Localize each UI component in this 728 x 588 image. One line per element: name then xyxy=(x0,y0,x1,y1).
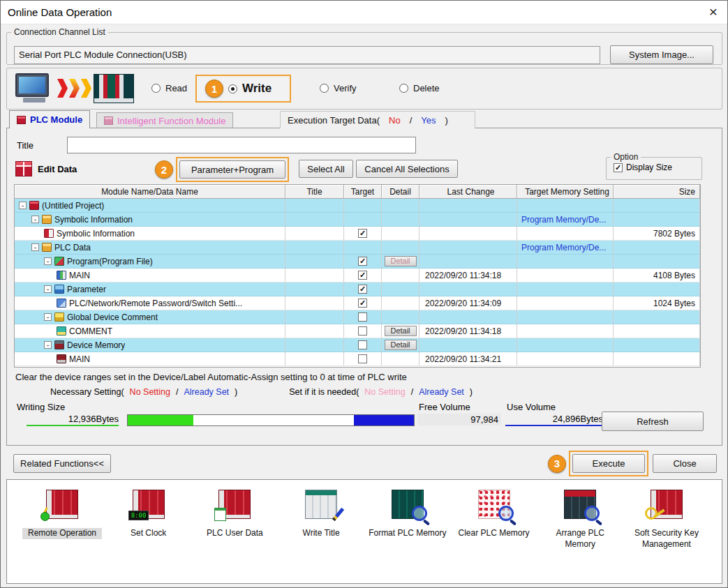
table-row[interactable]: -Global Device Comment xyxy=(15,310,700,324)
target-checkbox[interactable]: ✓ xyxy=(358,229,367,238)
tab-intelligent-function-module[interactable]: Intelligent Function Module xyxy=(96,112,233,128)
remote-operation-icon xyxy=(46,490,78,519)
related-function-remote-operation[interactable]: Remote Operation xyxy=(22,490,102,583)
target-checkbox[interactable]: ✓ xyxy=(358,257,367,266)
target-checkbox[interactable] xyxy=(358,326,367,336)
clear-device-ranges-note: Clear the device ranges set in the Devic… xyxy=(15,372,407,382)
table-cell: Symbolic Information xyxy=(15,227,285,240)
related-function-arrange-plc-memory[interactable]: Arrange PLC Memory xyxy=(540,490,620,583)
data-table: Module Name/Data NameTitleTargetDetailLa… xyxy=(14,184,701,368)
parameter-program-button[interactable]: Parameter+Program xyxy=(179,160,285,179)
tree-collapse-icon[interactable]: - xyxy=(44,313,52,321)
system-image-button[interactable]: System Image... xyxy=(610,45,713,64)
table-row[interactable]: -(Untitled Project) xyxy=(15,199,700,213)
connection-channel-field[interactable]: Serial Port PLC Module Connection(USB) xyxy=(14,46,600,64)
table-cell xyxy=(614,338,700,352)
row-label: PLC Data xyxy=(54,243,91,252)
radio-write[interactable]: 1Write xyxy=(195,75,291,103)
row-label: MAIN xyxy=(69,354,90,364)
table-row[interactable]: -PLC DataProgram Memory/De... xyxy=(15,241,700,255)
table-cell xyxy=(344,241,382,254)
related-function-write-title[interactable]: Write Title xyxy=(281,490,361,583)
related-function-soft-security-key-management[interactable]: Soft Security Key Management xyxy=(627,490,706,583)
table-row[interactable]: -Parameter✓ xyxy=(15,282,700,296)
table-cell: 2022/09/20 11:34:18 xyxy=(419,269,517,282)
display-size-checkbox[interactable]: ✓ Display Size xyxy=(614,163,701,172)
table-cell: ✓ xyxy=(344,255,382,268)
tree-collapse-icon[interactable]: - xyxy=(31,243,39,251)
related-function-plc-user-data[interactable]: PLC User Data xyxy=(195,490,274,583)
free-volume-label: Free Volume xyxy=(419,402,470,412)
table-cell: 2022/09/20 11:34:18 xyxy=(419,324,517,338)
table-cell: Program Memory/De... xyxy=(517,241,614,254)
title-input[interactable] xyxy=(67,137,416,153)
table-cell xyxy=(285,338,344,352)
column-header[interactable]: Detail xyxy=(382,185,419,199)
detail-button[interactable]: Detail xyxy=(385,326,417,336)
related-function-format-plc-memory[interactable]: Format PLC Memory xyxy=(368,490,447,583)
table-cell xyxy=(285,352,344,365)
tree-collapse-icon[interactable]: - xyxy=(44,341,52,349)
radio-delete[interactable]: Delete xyxy=(399,83,440,93)
table-cell xyxy=(344,199,382,212)
target-checkbox[interactable] xyxy=(358,354,367,363)
table-cell: MAIN xyxy=(15,269,285,282)
tab-plc-module-label: PLC Module xyxy=(30,114,82,125)
tab-plc-module[interactable]: PLC Module xyxy=(9,110,90,128)
detail-button[interactable]: Detail xyxy=(385,340,417,350)
related-function-set-clock[interactable]: 8:00Set Clock xyxy=(109,490,188,583)
related-function-clear-plc-memory[interactable]: Clear PLC Memory xyxy=(454,490,534,583)
cancel-all-selections-button[interactable]: Cancel All Selections xyxy=(356,160,458,178)
target-checkbox[interactable]: ✓ xyxy=(358,285,367,294)
table-row[interactable]: MAIN2022/09/20 11:34:21 xyxy=(15,352,700,366)
target-checkbox[interactable] xyxy=(358,312,367,322)
column-header[interactable]: Title xyxy=(285,185,344,199)
radio-verify[interactable]: Verify xyxy=(320,83,357,93)
tree-collapse-icon[interactable]: - xyxy=(31,216,39,223)
execute-button[interactable]: Execute xyxy=(572,454,645,473)
table-cell xyxy=(382,213,419,226)
detail-button[interactable]: Detail xyxy=(385,256,417,266)
radio-label: Verify xyxy=(334,83,357,93)
column-header[interactable]: Target xyxy=(344,185,382,199)
close-dialog-button[interactable]: Close xyxy=(653,454,717,473)
column-header[interactable]: Module Name/Data Name xyxy=(15,185,285,199)
target-checkbox[interactable]: ✓ xyxy=(358,299,367,308)
table-cell xyxy=(517,199,614,212)
related-functions-button[interactable]: Related Functions<< xyxy=(13,454,111,473)
column-header[interactable]: Target Memory Setting xyxy=(517,185,614,199)
table-row[interactable]: -Program(Program File)✓Detail xyxy=(15,255,700,269)
table-cell: Program Memory/De... xyxy=(517,213,614,226)
settings-legend: Necessary Setting( No Setting / Already … xyxy=(50,387,473,397)
refresh-button[interactable]: Refresh xyxy=(602,412,704,431)
table-cell xyxy=(517,324,614,338)
table-row[interactable]: Symbolic Information✓7802 Bytes xyxy=(15,227,700,241)
table-cell xyxy=(419,255,517,268)
necessary-no-setting: No Setting xyxy=(130,387,170,397)
execution-target-data: Execution Target Data( No / Yes ) xyxy=(280,111,475,128)
select-all-button[interactable]: Select All xyxy=(299,160,353,178)
table-header-row: Module Name/Data NameTitleTargetDetailLa… xyxy=(15,185,700,199)
write-size-progress-bar xyxy=(127,414,415,426)
column-header[interactable]: Last Change xyxy=(419,185,517,199)
table-cell xyxy=(614,199,700,212)
tree-collapse-icon[interactable]: - xyxy=(19,202,27,209)
execution-target-yes[interactable]: Yes xyxy=(421,115,436,126)
column-header[interactable]: Size xyxy=(614,185,700,199)
tree-collapse-icon[interactable]: - xyxy=(44,285,52,293)
target-checkbox[interactable] xyxy=(358,340,367,349)
close-icon[interactable]: × xyxy=(709,3,718,20)
table-row[interactable]: COMMENTDetail2022/09/20 11:34:18 xyxy=(15,324,700,338)
table-cell: -Program(Program File) xyxy=(15,255,285,268)
edit-data-label: Edit Data xyxy=(38,164,77,174)
table-row[interactable]: MAIN✓2022/09/20 11:34:184108 Bytes xyxy=(15,269,700,282)
table-row[interactable]: PLC/Network/Remote Password/Switch Setti… xyxy=(15,296,700,310)
tree-collapse-icon[interactable]: - xyxy=(44,257,52,265)
option-group: Option ✓ Display Size xyxy=(606,152,702,180)
table-row[interactable]: -Device MemoryDetail xyxy=(15,338,700,352)
radio-read[interactable]: Read xyxy=(151,83,187,93)
table-row[interactable]: -Symbolic InformationProgram Memory/De..… xyxy=(15,213,700,227)
target-checkbox[interactable]: ✓ xyxy=(358,271,367,280)
execution-target-no[interactable]: No xyxy=(389,115,401,126)
table-cell xyxy=(285,241,344,254)
